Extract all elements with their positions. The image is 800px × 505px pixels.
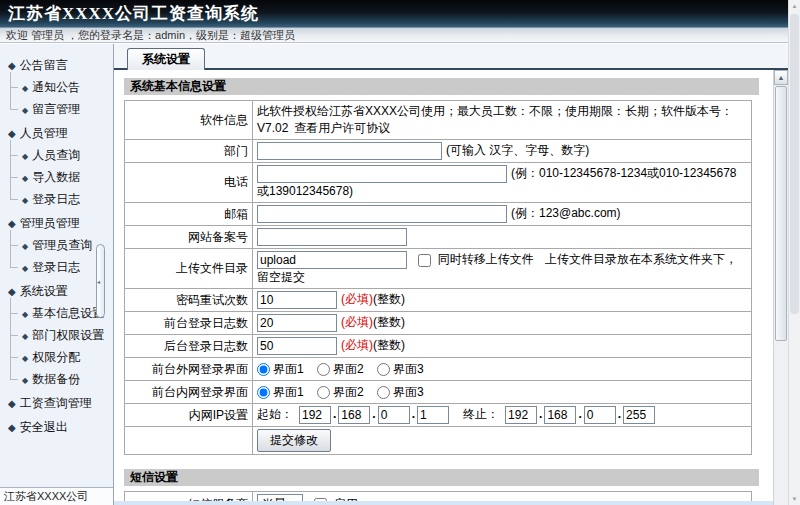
form-row-intranet-ip: 内网IP设置 起始：...终止：...	[125, 404, 752, 427]
phone-label: 电话	[125, 163, 253, 203]
external-ui-radio-1[interactable]	[257, 363, 270, 376]
content-scrollbar[interactable]	[773, 70, 788, 505]
tree-connector	[10, 98, 20, 120]
required-hint: (必填)	[341, 315, 373, 329]
scroll-up-arrow-icon[interactable]	[774, 70, 788, 85]
ip-start-octet-2[interactable]	[338, 406, 370, 424]
basic-settings-table: 软件信息 此软件授权给江苏省XXXX公司使用；最大员工数：不限；使用期限：长期；…	[124, 100, 752, 455]
external-ui-label: 前台外网登录界面	[125, 358, 253, 381]
diamond-icon	[22, 306, 32, 320]
sidebar-item-import-data[interactable]: 导入数据	[0, 166, 113, 188]
back-log-input[interactable]	[257, 337, 337, 355]
scrollbar-thumb[interactable]	[775, 86, 787, 341]
tab-bar: 系统设置	[114, 44, 788, 70]
sidebar-collapse-handle[interactable]	[96, 244, 105, 318]
form-row-external-ui: 前台外网登录界面 界面1 界面2 界面3	[125, 358, 752, 381]
external-ui-radio-3[interactable]	[377, 363, 390, 376]
sidebar-item-data-backup[interactable]: 数据备份	[0, 368, 113, 390]
password-retry-label: 密码重试次数	[125, 289, 253, 312]
tree-connector	[10, 166, 20, 188]
page-scroll-down-icon[interactable]	[789, 493, 800, 505]
diamond-icon	[8, 58, 20, 72]
form-row-back-log: 后台登录日志数 (必填)(整数)	[125, 335, 752, 358]
page-scrollbar-thumb[interactable]	[790, 14, 799, 314]
internal-ui-radio-3[interactable]	[377, 386, 390, 399]
diamond-icon	[22, 372, 32, 386]
diamond-icon	[22, 328, 32, 342]
submit-changes-button[interactable]: 提交修改	[257, 429, 331, 452]
tree-connector	[10, 234, 20, 256]
welcome-text: 欢迎 管理员 ，您的登录名是：admin，级别是：超级管理员	[6, 28, 295, 43]
form-row-front-log: 前台登录日志数 (必填)(整数)	[125, 312, 752, 335]
tree-connector	[10, 144, 20, 166]
sidebar-item-permission-assign[interactable]: 权限分配	[0, 346, 113, 368]
transfer-upload-label: 同时转移上传文件	[438, 252, 534, 266]
page-scroll-up-icon[interactable]	[789, 0, 800, 12]
ip-end-octet-4[interactable]	[623, 406, 655, 424]
form-row-phone: 电话 (例：010-12345678-1234或010-12345678或139…	[125, 163, 752, 203]
sidebar-item-personnel-mgmt[interactable]: 人员管理	[0, 122, 113, 144]
sidebar-item-dept-permission[interactable]: 部门权限设置	[0, 324, 113, 346]
form-row-internal-ui: 前台内网登录界面 界面1 界面2 界面3	[125, 381, 752, 404]
sidebar-item-salary-query-mgmt[interactable]: 工资查询管理	[0, 392, 113, 414]
upload-dir-label: 上传文件目录	[125, 249, 253, 289]
diamond-icon	[22, 80, 32, 94]
tree-connector	[10, 256, 20, 278]
department-hint: (可输入 汉字、字母、数字)	[446, 143, 589, 157]
bottom-strip	[114, 501, 773, 505]
form-row-email: 邮箱 (例：123@abc.com)	[125, 203, 752, 226]
diamond-icon	[8, 420, 20, 434]
tree-connector	[10, 302, 20, 324]
ip-end-octet-3[interactable]	[584, 406, 616, 424]
tab-system-settings[interactable]: 系统设置	[127, 48, 205, 70]
internal-ui-radio-2[interactable]	[317, 386, 330, 399]
section-header-basic: 系统基本信息设置	[124, 78, 759, 95]
sidebar-item-login-log-front[interactable]: 登录日志	[0, 188, 113, 210]
phone-input[interactable]	[257, 165, 507, 183]
form-row-submit: 提交修改	[125, 427, 752, 455]
back-log-label: 后台登录日志数	[125, 335, 253, 358]
form-row-icp: 网站备案号	[125, 226, 752, 249]
integer-hint: (整数)	[373, 338, 405, 352]
ip-end-octet-2[interactable]	[544, 406, 576, 424]
email-hint: (例：123@abc.com)	[511, 206, 621, 220]
diamond-icon	[8, 284, 20, 298]
tree-connector	[10, 324, 20, 346]
license-link[interactable]: 查看用户许可协议	[294, 121, 390, 135]
ip-start-octet-4[interactable]	[417, 406, 449, 424]
sidebar-item-notice[interactable]: 通知公告	[0, 76, 113, 98]
sidebar-item-logout[interactable]: 安全退出	[0, 416, 113, 438]
diamond-icon	[22, 192, 32, 206]
password-retry-input[interactable]	[257, 291, 337, 309]
diamond-icon	[22, 350, 32, 364]
sidebar-item-admin-mgmt[interactable]: 管理员管理	[0, 212, 113, 234]
ip-start-label: 起始：	[257, 407, 293, 421]
front-log-label: 前台登录日志数	[125, 312, 253, 335]
department-input[interactable]	[257, 142, 442, 160]
sidebar-item-personnel-query[interactable]: 人员查询	[0, 144, 113, 166]
ip-start-octet-1[interactable]	[299, 406, 331, 424]
welcome-bar: 欢迎 管理员 ，您的登录名是：admin，级别是：超级管理员	[0, 28, 800, 43]
upload-dir-input[interactable]	[257, 251, 407, 269]
external-ui-radio-2[interactable]	[317, 363, 330, 376]
ip-start-octet-3[interactable]	[378, 406, 410, 424]
sidebar-item-message-mgmt[interactable]: 留言管理	[0, 98, 113, 120]
integer-hint: (整数)	[373, 292, 405, 306]
ip-end-label: 终止：	[463, 407, 499, 421]
tree-connector	[10, 346, 20, 368]
required-hint: (必填)	[341, 338, 373, 352]
icp-input[interactable]	[257, 228, 407, 246]
ip-end-octet-1[interactable]	[505, 406, 537, 424]
sidebar-item-announcements[interactable]: 公告留言	[0, 54, 113, 76]
internal-ui-radio-1[interactable]	[257, 386, 270, 399]
transfer-upload-checkbox[interactable]	[418, 254, 431, 267]
software-info-label: 软件信息	[125, 101, 253, 140]
page-scrollbar[interactable]	[788, 0, 800, 505]
sidebar: 公告留言 通知公告 留言管理 人员管理 人员查询 导入数据 登录日志 管理员管理…	[0, 44, 114, 505]
front-log-input[interactable]	[257, 314, 337, 332]
form-row-password-retry: 密码重试次数 (必填)(整数)	[125, 289, 752, 312]
integer-hint: (整数)	[373, 315, 405, 329]
internal-ui-label: 前台内网登录界面	[125, 381, 253, 404]
email-input[interactable]	[257, 205, 507, 223]
sidebar-footer: 江苏省XXXX公司	[0, 487, 113, 505]
